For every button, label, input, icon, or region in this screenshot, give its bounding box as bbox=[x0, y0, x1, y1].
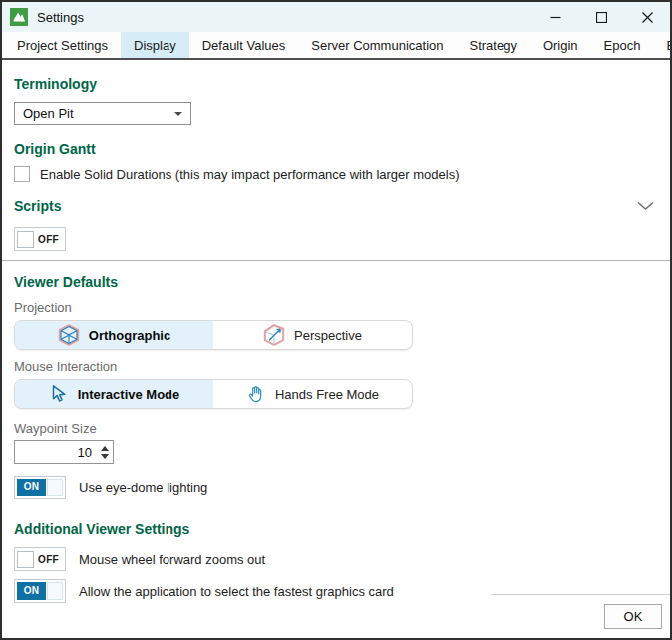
mouse-option-interactive[interactable]: Interactive Mode bbox=[15, 380, 213, 408]
chevron-down-icon bbox=[174, 112, 182, 116]
window-title: Settings bbox=[37, 10, 84, 25]
projection-option-orthographic[interactable]: Orthographic bbox=[15, 321, 213, 349]
ok-button[interactable]: OK bbox=[604, 604, 662, 629]
terminology-heading: Terminology bbox=[14, 76, 658, 93]
viewer-defaults-heading: Viewer Defaults bbox=[14, 274, 658, 291]
projection-segmented-control: Orthographic Perspective bbox=[14, 320, 413, 350]
maximize-button[interactable] bbox=[578, 2, 624, 32]
solid-durations-row: Enable Solid Durations (this may impact … bbox=[14, 165, 658, 183]
graphics-card-toggle[interactable]: ON bbox=[14, 579, 66, 603]
eye-dome-label: Use eye-dome lighting bbox=[79, 480, 207, 495]
close-icon bbox=[642, 12, 653, 23]
projection-label: Projection bbox=[14, 300, 658, 315]
graphics-card-label: Allow the application to select the fast… bbox=[79, 584, 394, 599]
tab-bar: Project Settings Display Default Values … bbox=[2, 32, 670, 60]
cursor-icon bbox=[49, 384, 69, 404]
waypoint-size-input[interactable]: 10 bbox=[14, 440, 114, 464]
stepper-down-icon[interactable] bbox=[101, 454, 109, 459]
tab-origin[interactable]: Origin bbox=[530, 32, 591, 58]
solid-durations-checkbox[interactable] bbox=[14, 166, 30, 182]
scripts-header-row: Scripts bbox=[14, 197, 658, 215]
toggle-knob bbox=[47, 582, 63, 600]
toggle-state-label: ON bbox=[17, 582, 46, 600]
mouse-option-label: Hands Free Mode bbox=[275, 387, 379, 402]
minimize-button[interactable] bbox=[532, 2, 578, 32]
additional-viewer-settings-heading: Additional Viewer Settings bbox=[14, 521, 658, 538]
collapse-chevron-icon[interactable] bbox=[637, 197, 654, 215]
orthographic-cube-icon bbox=[58, 324, 80, 346]
settings-window: Settings Project Settings Display Defaul… bbox=[0, 0, 672, 640]
mouse-wheel-label: Mouse wheel forward zooms out bbox=[79, 552, 265, 567]
toggle-knob bbox=[17, 231, 34, 248]
mouse-option-label: Interactive Mode bbox=[78, 387, 180, 402]
projection-option-perspective[interactable]: Perspective bbox=[213, 321, 412, 349]
tab-server-communication[interactable]: Server Communication bbox=[298, 32, 456, 58]
mouse-option-hands-free[interactable]: Hands Free Mode bbox=[213, 380, 412, 408]
scripts-heading: Scripts bbox=[14, 198, 61, 215]
app-logo-icon bbox=[10, 8, 28, 26]
tab-display[interactable]: Display bbox=[121, 32, 189, 58]
mouse-interaction-label: Mouse Interaction bbox=[14, 359, 658, 374]
tab-epoch-priorities[interactable]: Epoch Priorities bbox=[653, 32, 672, 58]
stepper-up-icon[interactable] bbox=[101, 446, 109, 451]
hand-icon bbox=[246, 384, 266, 404]
dialog-footer: OK bbox=[491, 594, 670, 638]
projection-option-label: Orthographic bbox=[89, 328, 170, 343]
eye-dome-row: ON Use eye-dome lighting bbox=[14, 476, 658, 499]
terminology-dropdown-value: Open Pit bbox=[23, 106, 74, 121]
perspective-cube-icon bbox=[263, 324, 285, 346]
tab-epoch[interactable]: Epoch bbox=[591, 32, 654, 58]
terminology-dropdown[interactable]: Open Pit bbox=[14, 102, 191, 125]
close-button[interactable] bbox=[624, 2, 670, 32]
scripts-toggle[interactable]: OFF bbox=[14, 227, 66, 251]
toggle-state-label: OFF bbox=[34, 554, 63, 565]
toggle-state-label: OFF bbox=[34, 234, 63, 245]
titlebar: Settings bbox=[2, 2, 670, 32]
toggle-knob bbox=[17, 551, 34, 568]
window-controls bbox=[532, 2, 670, 32]
solid-durations-label: Enable Solid Durations (this may impact … bbox=[40, 167, 460, 182]
toggle-state-label: ON bbox=[17, 479, 46, 496]
mouse-wheel-toggle[interactable]: OFF bbox=[14, 547, 66, 571]
maximize-icon bbox=[596, 12, 607, 23]
minimize-icon bbox=[550, 12, 561, 23]
eye-dome-toggle[interactable]: ON bbox=[14, 476, 66, 499]
tab-strategy[interactable]: Strategy bbox=[456, 32, 529, 58]
mouse-interaction-segmented-control: Interactive Mode Hands Free Mode bbox=[14, 379, 413, 409]
mouse-wheel-row: OFF Mouse wheel forward zooms out bbox=[14, 547, 658, 571]
section-divider bbox=[2, 260, 670, 261]
waypoint-size-label: Waypoint Size bbox=[14, 421, 658, 436]
toggle-knob bbox=[47, 479, 63, 496]
display-settings-panel: Terminology Open Pit Origin Gantt Enable… bbox=[2, 76, 670, 603]
waypoint-size-stepper[interactable] bbox=[97, 441, 113, 463]
waypoint-size-value: 10 bbox=[15, 445, 97, 460]
projection-option-label: Perspective bbox=[294, 328, 362, 343]
tab-default-values[interactable]: Default Values bbox=[189, 32, 299, 58]
tab-project-settings[interactable]: Project Settings bbox=[4, 32, 121, 58]
origin-gantt-heading: Origin Gantt bbox=[14, 141, 658, 158]
